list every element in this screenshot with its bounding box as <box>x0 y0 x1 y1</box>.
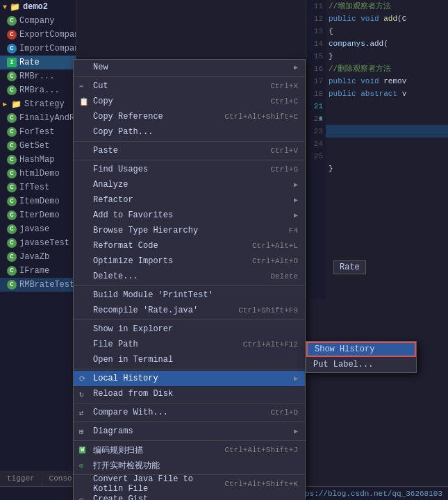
history-icon: ⟳ <box>79 374 85 383</box>
submenu-arrow: ▶ <box>294 211 298 219</box>
menu-item-label: Find Usages <box>93 165 148 174</box>
class-icon: C <box>7 169 17 178</box>
sidebar-item-rmbra2[interactable]: C RMBra... <box>0 83 76 97</box>
menu-separator <box>74 160 305 160</box>
sidebar-item-company[interactable]: C Company <box>0 14 76 28</box>
menu-item-copy-reference[interactable]: Copy Reference Ctrl+Alt+Shift+C <box>74 109 305 124</box>
sidebar-item-strategy[interactable]: ▶ 📁 Strategy <box>0 97 76 111</box>
sidebar-item-finallyandreturn[interactable]: C FinallyAndRetur... <box>0 111 76 125</box>
class-icon: C <box>7 155 17 165</box>
sidebar-item-rate[interactable]: I Rate <box>0 56 76 69</box>
submenu-item-show-history[interactable]: Show History <box>306 342 416 357</box>
code-scan-icon: W <box>79 447 85 453</box>
menu-item-find-usages[interactable]: Find Usages Ctrl+G <box>74 162 305 177</box>
menu-item-label: Show in Explorer <box>93 324 173 334</box>
menu-item-label: Copy Reference <box>93 112 163 122</box>
submenu-item-label: Show History <box>315 344 374 354</box>
menu-item-convert-kotlin[interactable]: Convert Java File to Kotlin File Ctrl+Al… <box>74 476 305 492</box>
menu-item-file-path[interactable]: File Path Ctrl+Alt+F12 <box>74 337 305 352</box>
menu-item-open-terminal[interactable]: Open in Terminal <box>74 352 305 367</box>
sidebar-item-fortest[interactable]: C ForTest <box>0 125 76 139</box>
submenu-item-label: Put Label... <box>313 360 373 369</box>
sidebar-item-iterdemo[interactable]: C IterDemo <box>0 208 76 222</box>
menu-item-label: Local History <box>93 374 158 383</box>
context-menu: New ▶ ✂ Cut Ctrl+X 📋 Copy Ctrl+C Copy Re… <box>73 59 306 500</box>
sidebar-item-label: JavaZb <box>19 252 49 262</box>
sidebar-item-label: IfTest <box>19 183 49 192</box>
sidebar-item-javasetest[interactable]: C javaseTest <box>0 236 76 250</box>
reload-icon: ↻ <box>79 390 84 399</box>
code-line: } <box>326 162 448 175</box>
tab-tigger[interactable]: tigger <box>0 471 42 486</box>
menu-item-label: Compare With... <box>93 408 168 417</box>
file-tree: ▼ 📁 demo2 C Company C ExportCompany C Im… <box>0 0 76 500</box>
gist-icon: ◎ <box>79 495 84 501</box>
class-icon: C <box>7 210 17 220</box>
sidebar-item-importcompany[interactable]: C ImportCompany <box>0 42 76 56</box>
menu-separator <box>74 319 305 320</box>
sidebar-item-itemdemo[interactable]: C ItemDemo <box>0 194 76 208</box>
sidebar-item-demo2[interactable]: ▼ 📁 demo2 <box>0 0 76 14</box>
sidebar-item-htmldemo[interactable]: C htmlDemo <box>0 167 76 181</box>
copy-icon: 📋 <box>79 97 89 106</box>
class-icon: C <box>7 30 17 40</box>
class-icon: C <box>7 113 17 123</box>
menu-item-refactor[interactable]: Refactor ▶ <box>74 192 305 208</box>
menu-item-show-explorer[interactable]: Show in Explorer <box>74 322 305 337</box>
menu-item-reformat[interactable]: Reformat Code Ctrl+Alt+L <box>74 238 305 253</box>
sidebar-item-label: javaseTest <box>19 238 69 248</box>
menu-item-label: Build Module 'PrintTest' <box>93 290 213 300</box>
sidebar-item-getset[interactable]: C GetSet <box>0 139 76 153</box>
class-icon: C <box>7 85 17 95</box>
menu-item-paste[interactable]: Paste Ctrl+V <box>74 143 305 158</box>
menu-item-label: Refactor <box>93 195 133 205</box>
sidebar-item-label: ItemDemo <box>19 197 60 206</box>
menu-item-new[interactable]: New ▶ <box>74 60 305 75</box>
menu-item-optimize-imports[interactable]: Optimize Imports Ctrl+Alt+O <box>74 253 305 269</box>
class-icon: C <box>7 16 17 26</box>
sidebar-item-exportcompany[interactable]: C ExportCompany <box>0 28 76 42</box>
shortcut-label: Delete <box>270 272 298 281</box>
menu-item-add-favorites[interactable]: Add to Favorites ▶ <box>74 208 305 223</box>
menu-separator <box>74 141 305 142</box>
menu-item-label: Paste <box>93 146 118 156</box>
menu-item-build-module[interactable]: Build Module 'PrintTest' <box>74 288 305 303</box>
sidebar-item-rmbrate-test[interactable]: C RMBrateTest <box>0 278 76 292</box>
submenu-arrow: ▶ <box>294 196 298 204</box>
menu-item-copy[interactable]: 📋 Copy Ctrl+C <box>74 94 305 109</box>
menu-item-analyze[interactable]: Analyze ▶ <box>74 177 305 192</box>
code-line: public void remov <box>326 75 448 88</box>
menu-item-delete[interactable]: Delete... Delete <box>74 269 305 284</box>
menu-item-cut[interactable]: ✂ Cut Ctrl+X <box>74 78 305 94</box>
menu-item-recompile[interactable]: Recompile 'Rate.java' Ctrl+Shift+F9 <box>74 303 305 318</box>
menu-item-browse-hierarchy[interactable]: Browse Type Hierarchy F4 <box>74 223 305 238</box>
menu-item-copy-path[interactable]: Copy Path... <box>74 124 305 140</box>
submenu-arrow: ▶ <box>294 181 298 189</box>
sidebar-item-iframe[interactable]: C IFrame <box>0 264 76 278</box>
menu-item-code-scan[interactable]: W 编码规则扫描 Ctrl+Alt+Shift+J <box>74 442 305 458</box>
shortcut-label: Ctrl+X <box>270 82 298 90</box>
class-icon: C <box>7 127 17 137</box>
menu-item-compare-with[interactable]: ⇄ Compare With... Ctrl+D <box>74 405 305 420</box>
rate-tooltip: Rate <box>333 260 366 274</box>
menu-item-create-gist[interactable]: ◎ Create Gist... <box>74 492 305 500</box>
interface-icon: I <box>7 58 17 67</box>
sidebar-item-label: FinallyAndRetur... <box>19 113 76 123</box>
menu-item-local-history[interactable]: ⟳ Local History ▶ <box>74 371 305 386</box>
chevron-right-icon: ▶ <box>3 100 7 108</box>
sidebar-item-javazb[interactable]: C JavaZb <box>0 250 76 264</box>
menu-item-label: Reformat Code <box>93 241 158 251</box>
sidebar-item-rmbr1[interactable]: C RMBr... <box>0 69 76 83</box>
sidebar-item-label: RMBrateTest <box>19 280 74 290</box>
submenu-item-put-label[interactable]: Put Label... <box>306 357 416 372</box>
menu-item-reload[interactable]: ↻ Reload from Disk <box>74 386 305 401</box>
shortcut-label: Ctrl+Shift+F9 <box>238 306 298 315</box>
sidebar-item-hashmap[interactable]: C HashMap <box>0 153 76 167</box>
menu-item-diagrams[interactable]: ⊞ Diagrams ▶ <box>74 424 305 439</box>
class-icon: C <box>7 72 17 81</box>
sidebar-item-javase[interactable]: C javase <box>0 222 76 236</box>
menu-separator <box>74 422 305 422</box>
sidebar-item-iftest[interactable]: C IfTest <box>0 181 76 194</box>
menu-item-label: Add to Favorites <box>93 210 173 220</box>
menu-item-realtime[interactable]: ⊙ 打开实时检视功能 <box>74 458 305 473</box>
